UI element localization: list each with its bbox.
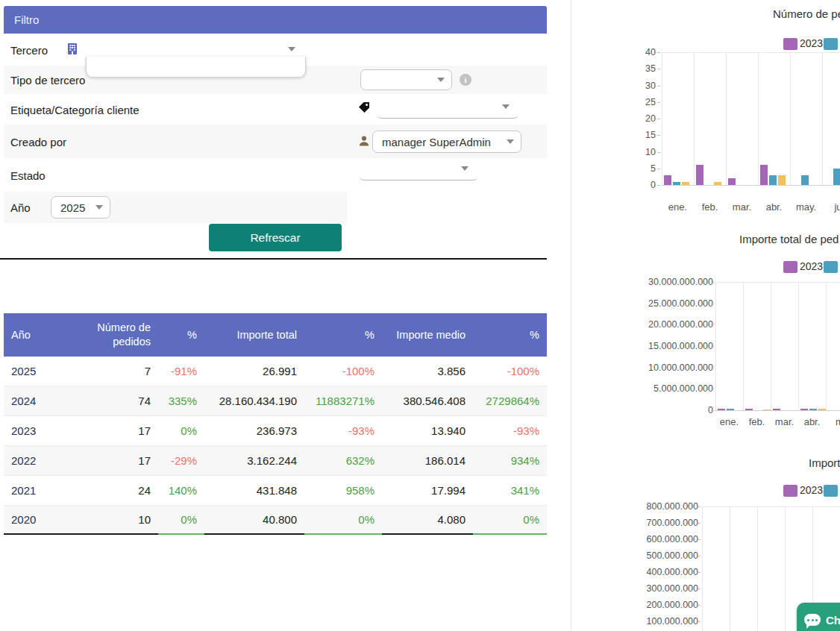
column-header: % (473, 313, 547, 357)
table-cell: 17 (78, 416, 158, 445)
bar-2023 (664, 175, 671, 185)
bar-2023 (800, 409, 808, 410)
chart-title: Importe total de ped (739, 233, 839, 245)
table-cell: 0% (158, 416, 204, 445)
table-cell: 24 (78, 476, 158, 505)
bar-2023 (696, 165, 703, 185)
x-axis-label: feb. (694, 201, 727, 213)
creado-por-label: Creado por (10, 135, 66, 148)
gridline (798, 282, 799, 410)
year-link[interactable]: 2023 (4, 416, 78, 445)
y-axis-tick (698, 572, 700, 573)
year-link[interactable]: 2021 (4, 476, 78, 505)
legend-swatch (783, 485, 797, 497)
filter-row-estado: Estado (4, 158, 547, 192)
gridline (785, 506, 786, 631)
chat-button-label: Cha (826, 614, 840, 627)
y-axis-label: 100.000.000 (586, 616, 698, 627)
anio-select[interactable]: 2025 (51, 196, 110, 219)
table-cell: 10 (78, 506, 158, 535)
y-axis-tick (711, 346, 714, 347)
screen: Filtro Tercero Tipo de tercero i Etiquet… (0, 0, 840, 631)
bar-2024 (673, 182, 680, 185)
legend-label: 2023 (800, 260, 823, 272)
gridline (758, 52, 759, 185)
table-cell: 28.160.434.190 (204, 386, 304, 415)
creado-por-select[interactable]: manager SuperAdmin (372, 131, 521, 153)
column-header: Año (4, 313, 78, 357)
bar-2023 (728, 178, 736, 185)
bar-2025 (682, 182, 689, 185)
gridline (790, 52, 791, 185)
table-cell: 380.546.408 (382, 386, 473, 415)
info-icon[interactable]: i (460, 74, 471, 86)
chat-bubble-icon (804, 614, 821, 626)
user-icon (359, 136, 369, 149)
gridline (715, 282, 840, 283)
y-axis-tick (698, 556, 700, 556)
tercero-label: Tercero (10, 43, 48, 56)
y-axis-tick (711, 368, 714, 368)
legend-swatch (824, 485, 838, 497)
table-cell: 934% (473, 446, 547, 475)
y-axis-label: 40 (571, 47, 656, 57)
table-cell: 7 (78, 357, 158, 386)
gridline (757, 506, 758, 631)
year-link[interactable]: 2025 (4, 357, 78, 386)
y-axis-label: 500.000.000 (586, 550, 698, 561)
table-cell: 0% (158, 506, 204, 535)
x-axis-label: may. (790, 201, 823, 213)
bar-2023 (718, 409, 725, 410)
tercero-combobox[interactable] (86, 57, 306, 78)
y-axis-tick (711, 324, 714, 325)
refresh-button[interactable]: Refrescar (209, 224, 342, 251)
tag-icon (358, 101, 370, 116)
legend-swatch (783, 38, 797, 50)
table-cell: 2729864% (473, 386, 547, 415)
anio-value: 2025 (60, 201, 85, 214)
table-row: 2023170%236.973-93%13.940-93% (4, 416, 547, 446)
y-axis-tick (698, 523, 700, 524)
etiqueta-combobox[interactable] (377, 98, 518, 119)
y-axis-label: 15.000.000.000 (601, 341, 713, 351)
y-axis-label: 5.000.000.000 (601, 383, 713, 394)
y-axis-tick (711, 304, 714, 304)
table-cell: -91% (158, 357, 204, 386)
table-header-row: AñoNúmero de pedidos%Importe total%Impor… (4, 313, 547, 357)
y-axis-tick (657, 135, 660, 136)
year-link[interactable]: 2024 (4, 386, 78, 415)
table-cell: 74 (78, 386, 158, 415)
table-cell: 186.014 (382, 446, 473, 475)
y-axis-tick (698, 605, 700, 606)
y-axis-label: 25.000.000.000 (601, 298, 713, 309)
column-header: Importe medio (382, 313, 473, 357)
table-cell: 236.973 (204, 416, 304, 445)
y-axis-label: 20.000.000.000 (601, 319, 713, 330)
filter-row-anio: Año 2025 (4, 192, 347, 223)
column-header: % (304, 313, 382, 357)
bar-2024 (727, 409, 734, 410)
tipo-tercero-select[interactable] (360, 69, 452, 90)
column-header: % (158, 313, 204, 357)
gridline (771, 282, 771, 410)
chart-title: Import (809, 456, 840, 469)
x-axis-line (662, 185, 840, 186)
table-cell: -93% (473, 416, 547, 445)
y-axis-label: 15 (571, 130, 656, 140)
year-link[interactable]: 2020 (4, 506, 78, 535)
bar-2024 (801, 175, 809, 185)
gridline (702, 506, 703, 631)
x-axis-label: m (824, 416, 840, 427)
etiqueta-label: Etiqueta/Categoría cliente (10, 103, 140, 116)
estado-combobox[interactable] (360, 160, 477, 180)
gridline (822, 52, 823, 185)
tercero-combobox-caret[interactable] (288, 47, 295, 51)
chat-button[interactable]: Cha (797, 603, 840, 631)
y-axis-tick (711, 410, 714, 411)
charts-panel: Número de pe20234035302520151050ene.feb.… (571, 0, 840, 631)
y-axis-tick (657, 169, 660, 169)
y-axis-tick (657, 152, 660, 153)
y-axis-tick (698, 621, 700, 622)
year-link[interactable]: 2022 (4, 446, 78, 475)
gridline (662, 52, 840, 53)
